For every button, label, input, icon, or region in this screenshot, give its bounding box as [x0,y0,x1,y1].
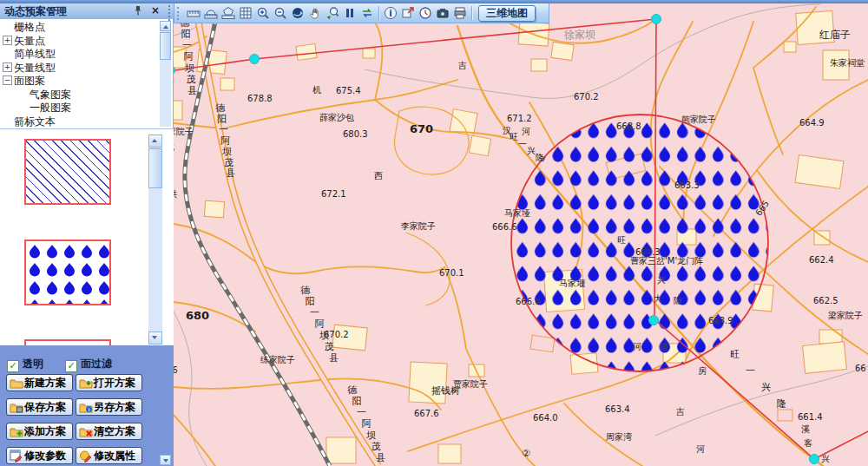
measure-polygon-icon[interactable] [220,4,237,22]
panel-title: 动态预案管理 [4,5,67,17]
pan-hand-icon[interactable] [306,4,324,22]
map-label: 马家堰 [559,279,585,288]
edit-params-icon [10,449,23,463]
pause-icon[interactable] [341,4,358,22]
print-icon[interactable] [451,4,469,22]
pin-icon[interactable] [132,5,144,17]
folder-saveas-button[interactable]: i另存方案 [76,398,142,416]
edit-props-button[interactable]: 修改属性 [76,447,142,464]
tree-scroll-up[interactable] [160,21,171,31]
snapshot-icon[interactable] [434,4,451,22]
swatch-raindrops[interactable] [24,240,111,305]
layer-tree: 栅格点+矢量点简单线型+矢量线型−面图案气象图案一般图案箭标文本 [0,19,159,128]
close-icon[interactable]: × [149,5,161,17]
map-label: 阿 [315,319,325,329]
export-icon[interactable] [399,4,417,22]
tree-item-栅格点[interactable]: 栅格点 [0,19,159,33]
plan-vertex-handle[interactable] [250,55,260,64]
folder-open-button[interactable]: 打开方案 [76,374,142,391]
map-label: 洪 [174,190,177,199]
panel-title-bar[interactable]: 动态预案管理 × [0,3,174,19]
expand-icon[interactable]: + [3,36,12,45]
map-label: 兴 [821,455,830,463]
zoom-previous-icon[interactable] [324,4,341,22]
map-label: 662.5 [813,297,838,305]
zoom-out-icon[interactable] [272,4,289,22]
info-icon[interactable]: i [382,4,399,22]
tree-item-label: 箭标文本 [14,115,56,128]
folder-new-button[interactable]: 新建方案 [6,374,73,391]
map-label: 阿 [362,419,372,429]
preview-scroll-thumb[interactable] [148,148,162,188]
map-label: 吉 [458,62,467,70]
measure-dome-icon[interactable] [202,4,220,22]
map-label: 一 [182,41,192,50]
grid-icon[interactable] [237,4,254,22]
button-label: 添加方案 [23,424,67,439]
map-label: 阳 [352,397,362,406]
folder-saveas-icon: i [79,400,93,414]
preview-scroll-down[interactable] [148,331,162,345]
map-label: 666.6 [492,223,517,232]
plan-actions-panel: ✓透明✓面过滤 新建方案打开方案保存方案i另存方案添加方案清空方案修改参数修改属… [0,345,174,466]
map-label: 668.8 [616,122,641,131]
folder-add-button[interactable]: 添加方案 [6,423,73,440]
tree-scroll-thumb[interactable] [160,32,171,60]
checkbox-box[interactable]: ✓ [7,360,19,372]
checkbox-透明[interactable]: ✓透明 [7,357,43,369]
preview-scrollbar[interactable] [148,135,162,345]
map-3d-button[interactable]: 三维地图 [478,5,536,22]
folder-clear-button[interactable]: 清空方案 [76,423,142,440]
map-label: 茂 [325,342,334,351]
map-label: 隆 [536,154,544,162]
checkbox-面过滤[interactable]: ✓面过滤 [65,357,112,369]
map-label: 县 [376,453,385,463]
zoom-in-icon[interactable] [254,4,272,22]
map-label: 671.2 [507,115,532,123]
plan-polyline[interactable] [174,19,656,72]
tree-scrollbar[interactable] [160,21,171,127]
map-canvas[interactable]: 徐家坝红庙子朱家祠堂664.9熊家院子668.8670.2机675.4678.8… [174,3,868,466]
button-label: 新建方案 [23,376,67,391]
measure-distance-icon[interactable] [185,4,202,22]
map-label: 河 [522,128,530,136]
tree-item-面图案[interactable]: −面图案 [0,73,159,87]
panel-scroll-down[interactable] [160,455,171,465]
plan-polyline[interactable] [654,319,814,459]
map-label: 徐家坝 [564,30,595,40]
tree-item-一般图案[interactable]: 一般图案 [0,100,159,114]
expand-icon[interactable]: + [3,62,12,72]
plan-vertex-handle[interactable] [652,15,661,24]
plan-area-circle[interactable] [511,115,768,371]
map-label: 河 [633,343,641,351]
checkbox-box[interactable]: ✓ [65,360,77,372]
preview-scroll-up[interactable] [148,135,162,148]
map-label: 670 [410,123,433,135]
checkbox-label: 面过滤 [81,358,112,370]
map-label: 阳 [181,30,191,39]
plan-vertex-handle[interactable] [810,455,819,464]
swatch-diagonal-hatch[interactable] [24,139,111,205]
refresh-icon[interactable] [358,4,376,22]
clock-icon[interactable] [417,4,434,22]
collapse-icon[interactable]: − [3,75,12,85]
full-extent-icon[interactable] [289,4,306,22]
tree-item-气象图案[interactable]: 气象图案 [0,87,159,101]
tree-item-矢量线型[interactable]: +矢量线型 [0,60,159,74]
tree-item-矢量点[interactable]: +矢量点 [0,33,159,47]
plan-vertex-handle[interactable] [649,316,659,325]
map-label: 66 [855,364,866,373]
folder-clear-icon [79,424,93,438]
tree-item-简单线型[interactable]: 简单线型 [0,46,159,60]
map-label: 隆 [674,297,682,305]
map-label: 西 [374,172,383,180]
map-label: 672.1 [321,190,346,199]
folder-save-button[interactable]: 保存方案 [6,398,73,416]
folder-open-icon [79,376,93,390]
map-label: 坝 [319,331,329,340]
map-label: 县 [187,86,197,95]
toolbar-grip[interactable] [177,7,181,20]
edit-params-button[interactable]: 修改参数 [6,447,73,464]
tree-item-箭标文本[interactable]: 箭标文本 [0,114,159,128]
map-label: 练家院子 [260,356,295,364]
